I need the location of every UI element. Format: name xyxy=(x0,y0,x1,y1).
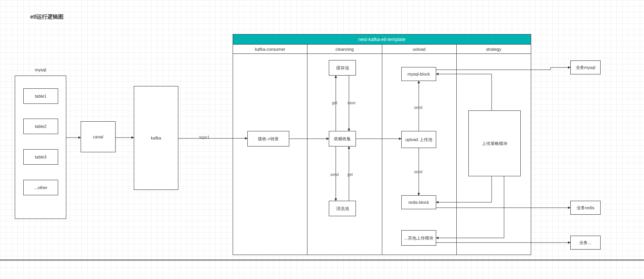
other-upload-box[interactable]: ...其他上传模块 xyxy=(401,230,436,246)
get1-label: get xyxy=(331,101,338,105)
diagram-title: etl运行逻辑图 xyxy=(30,14,64,21)
redis-block-box[interactable]: redis-block xyxy=(401,195,436,209)
save-label: save xyxy=(347,101,356,105)
lane-header-strategy: strategy xyxy=(457,45,531,54)
send-up2-label: send xyxy=(413,170,423,174)
upload-pool-box[interactable]: upload 上传池 xyxy=(401,131,436,148)
table3-box[interactable]: table3 xyxy=(23,149,58,165)
table2-box[interactable]: table2 xyxy=(23,119,58,134)
biz-mysql-box[interactable]: 业务mysql xyxy=(570,60,601,74)
topic-label: topic1 xyxy=(199,135,211,140)
lane-header-consumer: kafka-consumer xyxy=(233,45,307,54)
kafka-box[interactable]: kafka xyxy=(134,86,178,190)
biz-other-box[interactable]: 业务... xyxy=(570,236,601,250)
cache-pool-box[interactable]: 缓存池 xyxy=(329,60,356,76)
send-up1-label: send xyxy=(413,105,423,110)
swimlane-headers: kafka-consumer cleanning uoload strategy xyxy=(233,45,531,54)
dep-collect-box[interactable]: 依赖收集 xyxy=(329,131,356,146)
canal-box[interactable]: canal xyxy=(81,121,116,152)
table1-box[interactable]: table1 xyxy=(23,88,58,104)
lane-header-upload: uoload xyxy=(382,45,457,54)
send1-label: send xyxy=(330,172,340,177)
lane-upload xyxy=(382,54,457,255)
receive-box[interactable]: 接收->转发 xyxy=(247,131,289,146)
mysql-label: mysql xyxy=(35,67,46,72)
lane-consumer xyxy=(233,54,307,255)
biz-redis-box[interactable]: 业务redis xyxy=(570,201,601,215)
mysql-block-box[interactable]: mysql-block xyxy=(401,67,436,81)
wash-pool-box[interactable]: 清洗池 xyxy=(329,201,356,216)
swimlane-title: nest-kafka-etl-template xyxy=(233,34,531,45)
lane-cleanning xyxy=(307,54,382,255)
table-other-box[interactable]: ...other xyxy=(23,180,58,195)
lane-header-cleanning: cleanning xyxy=(307,45,382,54)
strategy-module-box[interactable]: 上传策略模块 xyxy=(468,110,521,176)
get2-label: get xyxy=(347,172,354,177)
